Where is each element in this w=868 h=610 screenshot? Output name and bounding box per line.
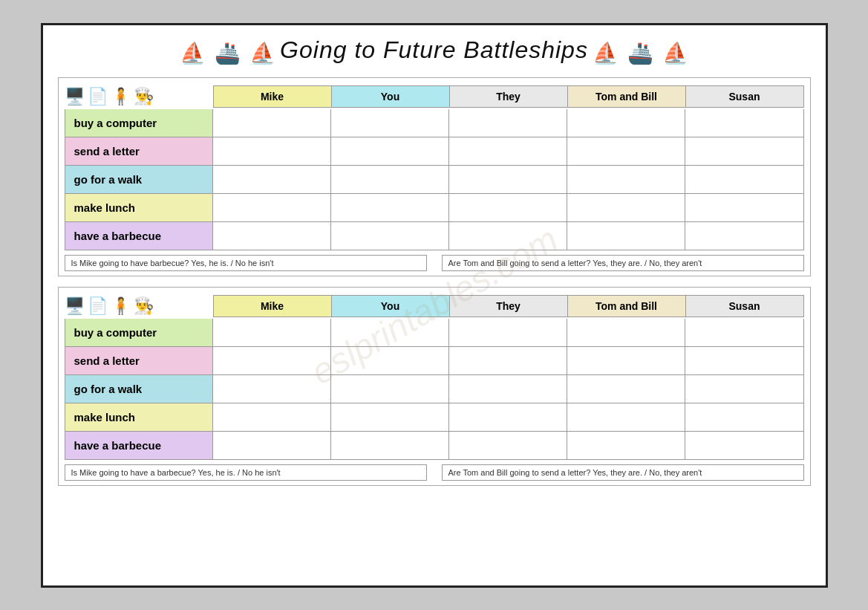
row-label-1: buy a computer — [65, 109, 213, 137]
cell-3-5[interactable] — [685, 166, 803, 194]
computer-icon-2: 🖥️ — [65, 296, 85, 316]
cell-5-2[interactable] — [331, 222, 449, 250]
row-label-s2-5: have a barbecue — [65, 432, 213, 460]
ship-icon-1: ⛵ — [180, 41, 206, 65]
cell-5-1[interactable] — [213, 222, 331, 250]
cell-s2-4-4[interactable] — [567, 403, 685, 432]
cell-s2-2-4[interactable] — [567, 347, 685, 375]
chef-icon: 👨‍🍳 — [134, 87, 154, 106]
col-header-they: They — [450, 85, 568, 108]
col-header-tomandbill-2: Tom and Bill — [568, 295, 686, 317]
section-2-grid: Mike You They Tom and Bill Susan — [213, 295, 804, 317]
note-2-left: Is Mike going to have a barbecue? Yes, h… — [65, 464, 427, 481]
table-row-s2-5: have a barbecue — [65, 432, 804, 460]
cell-s2-3-1[interactable] — [213, 375, 331, 403]
cell-5-3[interactable] — [449, 222, 567, 250]
cell-s2-3-5[interactable] — [685, 375, 803, 403]
row-label-5: have a barbecue — [65, 222, 213, 250]
cell-s2-2-3[interactable] — [449, 347, 567, 375]
section-2-col-headers: Mike You They Tom and Bill Susan — [213, 295, 804, 317]
cell-s2-3-2[interactable] — [331, 375, 449, 403]
section-2: 🖥️ 📄 🧍 👨‍🍳 Mike You They Tom and Bill Su… — [58, 287, 811, 486]
note-1-left: Is Mike going to have barbecue? Yes, he … — [65, 255, 427, 271]
table-row-5: have a barbecue — [65, 222, 804, 250]
table-row-s2-4: make lunch — [65, 403, 804, 432]
cell-1-5[interactable] — [685, 109, 803, 137]
cell-4-1[interactable] — [213, 194, 331, 222]
cell-s2-4-1[interactable] — [213, 403, 331, 432]
cell-s2-2-5[interactable] — [685, 347, 803, 375]
cell-s2-3-3[interactable] — [449, 375, 567, 403]
cell-2-4[interactable] — [567, 137, 685, 166]
section-1: 🖥️ 📄 🧍 👨‍🍳 Mike You They Tom and Bill Su… — [58, 77, 811, 276]
cell-s2-1-5[interactable] — [685, 319, 803, 347]
cell-s2-5-3[interactable] — [449, 432, 567, 460]
paper-icon-2: 📄 — [88, 296, 108, 316]
cell-1-4[interactable] — [567, 109, 685, 137]
cell-2-1[interactable] — [213, 137, 331, 166]
cell-s2-1-4[interactable] — [567, 319, 685, 347]
section-2-header: 🖥️ 📄 🧍 👨‍🍳 Mike You They Tom and Bill Su… — [65, 293, 804, 319]
cell-s2-2-1[interactable] — [213, 347, 331, 375]
cell-2-5[interactable] — [685, 137, 803, 166]
row-cells-4 — [213, 194, 804, 222]
cell-1-1[interactable] — [213, 109, 331, 137]
section-1-icons: 🖥️ 📄 🧍 👨‍🍳 — [65, 84, 213, 109]
section-1-grid: Mike You They Tom and Bill Susan — [213, 85, 804, 108]
row-label-s2-1: buy a computer — [65, 319, 213, 347]
cell-s2-4-2[interactable] — [331, 403, 449, 432]
row-cells-s2-2 — [213, 347, 804, 375]
cell-s2-4-3[interactable] — [449, 403, 567, 432]
cell-1-2[interactable] — [331, 109, 449, 137]
col-header-mike-2: Mike — [213, 295, 332, 317]
cell-3-4[interactable] — [567, 166, 685, 194]
cell-3-1[interactable] — [213, 166, 331, 194]
cell-s2-3-4[interactable] — [567, 375, 685, 403]
section-1-header: 🖥️ 📄 🧍 👨‍🍳 Mike You They Tom and Bill Su… — [65, 84, 804, 109]
note-2-right: Are Tom and Bill going to send a letter?… — [442, 464, 804, 481]
cell-s2-1-2[interactable] — [331, 319, 449, 347]
cell-1-3[interactable] — [449, 109, 567, 137]
section-1-col-headers: Mike You They Tom and Bill Susan — [213, 85, 804, 108]
col-header-you-2: You — [332, 295, 450, 317]
cell-s2-5-2[interactable] — [331, 432, 449, 460]
table-row-2: send a letter — [65, 137, 804, 166]
col-header-susan-2: Susan — [686, 295, 804, 317]
cell-5-4[interactable] — [567, 222, 685, 250]
note-1-right: Are Tom and Bill going to send a letter?… — [442, 255, 804, 271]
ship-icon-5: 🚢 — [627, 41, 653, 65]
cell-4-4[interactable] — [567, 194, 685, 222]
cell-2-3[interactable] — [449, 137, 567, 166]
cell-s2-2-2[interactable] — [331, 347, 449, 375]
section-2-notes: Is Mike going to have a barbecue? Yes, h… — [65, 464, 804, 481]
person-icon: 🧍 — [111, 87, 131, 106]
cell-4-5[interactable] — [685, 194, 803, 222]
ship-icon-6: ⛵ — [662, 41, 688, 65]
title-row: ⛵ 🚢 ⛵ Going to Future Battleships ⛵ 🚢 ⛵ — [58, 36, 811, 70]
col-header-susan: Susan — [686, 85, 804, 108]
ship-icon-4: ⛵ — [593, 41, 619, 65]
section-1-notes: Is Mike going to have barbecue? Yes, he … — [65, 255, 804, 271]
table-row-s2-2: send a letter — [65, 347, 804, 375]
cell-s2-4-5[interactable] — [685, 403, 803, 432]
cell-4-3[interactable] — [449, 194, 567, 222]
row-label-4: make lunch — [65, 194, 213, 222]
row-label-s2-2: send a letter — [65, 347, 213, 375]
cell-s2-5-5[interactable] — [685, 432, 803, 460]
table-row-s2-3: go for a walk — [65, 375, 804, 403]
cell-s2-1-3[interactable] — [449, 319, 567, 347]
col-header-mike: Mike — [213, 85, 332, 108]
cell-s2-5-1[interactable] — [213, 432, 331, 460]
paper-icon: 📄 — [88, 87, 108, 106]
cell-5-5[interactable] — [685, 222, 803, 250]
cell-4-2[interactable] — [331, 194, 449, 222]
col-header-you: You — [332, 85, 450, 108]
cell-s2-1-1[interactable] — [213, 319, 331, 347]
ship-icon-3: ⛵ — [249, 41, 275, 65]
cell-3-3[interactable] — [449, 166, 567, 194]
person-icon-2: 🧍 — [111, 296, 131, 316]
cell-2-2[interactable] — [331, 137, 449, 166]
cell-s2-5-4[interactable] — [567, 432, 685, 460]
cell-3-2[interactable] — [331, 166, 449, 194]
table-row-1: buy a computer — [65, 109, 804, 137]
